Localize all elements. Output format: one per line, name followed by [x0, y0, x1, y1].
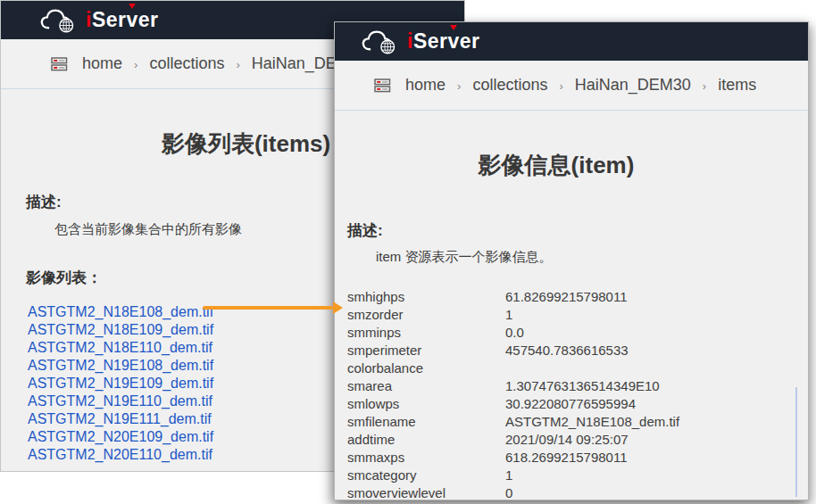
item-detail-window: iServer home › collections › HaiNan_DEM	[334, 21, 809, 500]
field-row: colorbalance	[335, 359, 808, 377]
chevron-right-icon: ›	[236, 58, 239, 71]
chevron-right-icon: ›	[559, 79, 562, 93]
breadcrumb-item: HaiNan_DEM30 ›	[575, 76, 718, 95]
field-key: smmaxps	[347, 449, 505, 467]
field-value: 457540.7836616533	[505, 342, 808, 359]
field-value: 0	[505, 484, 808, 500]
iserver-logo: iServer	[40, 7, 159, 34]
field-key: smzorder	[347, 306, 505, 324]
cloud-globe-icon	[362, 29, 399, 55]
description-text: item 资源表示一个影像信息。	[376, 248, 808, 265]
breadcrumb-link[interactable]: collections	[149, 54, 224, 73]
breadcrumb-item: collections ›	[149, 54, 251, 73]
breadcrumb-link[interactable]: items	[718, 76, 756, 95]
field-key: smminps	[347, 324, 505, 342]
field-row: smoverviewlevel 0	[335, 484, 808, 500]
breadcrumb-item: home ›	[82, 54, 149, 73]
field-value: 1	[505, 306, 808, 324]
breadcrumb-item: items ›	[718, 76, 756, 95]
server-list-icon	[374, 78, 391, 93]
arrow-head-icon	[333, 302, 343, 314]
field-value: 30.922080776595994	[505, 395, 808, 413]
field-row: addtime 2021/09/14 09:25:07	[335, 431, 808, 449]
field-value: ASTGTM2_N18E108_dem.tif	[505, 413, 808, 431]
field-row: smperimeter 457540.7836616533	[335, 342, 808, 359]
field-row: smlowps 30.922080776595994	[335, 395, 808, 413]
chevron-right-icon: ›	[457, 79, 461, 93]
breadcrumb: home › collections › HaiNan_DEM30 › item…	[335, 61, 808, 111]
field-row: smarea 1.3074763136514349E10	[335, 377, 808, 395]
field-value: 0.0	[505, 324, 808, 342]
field-value: 61.82699215798011	[505, 288, 808, 306]
field-row: smhighps 61.82699215798011	[335, 288, 808, 306]
breadcrumb-link[interactable]: HaiNan_DEM30	[575, 76, 691, 95]
breadcrumb-link[interactable]: home	[82, 54, 122, 73]
logo-v-mark	[129, 4, 136, 9]
logo-text: iServer	[86, 10, 159, 30]
breadcrumb-link[interactable]: collections	[472, 76, 547, 95]
field-key: smperimeter	[347, 342, 505, 359]
logo-text: iServer	[407, 31, 480, 52]
field-key: smoverviewlevel	[347, 484, 505, 500]
field-key: smfilename	[347, 413, 505, 431]
field-row: smfilename ASTGTM2_N18E108_dem.tif	[335, 413, 808, 431]
field-key: smcategory	[347, 467, 505, 484]
iserver-logo: iServer	[362, 29, 480, 55]
field-key: smarea	[347, 377, 505, 395]
chevron-right-icon: ›	[134, 58, 137, 71]
app-header: iServer	[335, 22, 808, 61]
field-row: smcategory 1	[335, 467, 808, 484]
cloud-globe-icon	[40, 7, 78, 34]
field-value: 1.3074763136514349E10	[505, 377, 808, 395]
metadata-fields: smhighps 61.82699215798011 smzorder 1 sm…	[335, 288, 808, 500]
page-title: 影像信息(item)	[335, 152, 808, 178]
field-key: smlowps	[347, 395, 505, 413]
field-row: smminps 0.0	[335, 324, 808, 342]
logo-v-mark	[450, 25, 457, 30]
chevron-right-icon: ›	[703, 79, 706, 93]
arrow-shaft	[203, 306, 333, 310]
field-value	[505, 359, 808, 377]
field-key: addtime	[347, 431, 505, 449]
breadcrumb-item: collections ›	[472, 76, 574, 95]
breadcrumb-link[interactable]: home	[405, 76, 445, 95]
field-row: smmaxps 618.2699215798011	[335, 449, 808, 467]
description-label: 描述:	[347, 221, 808, 241]
breadcrumb-item: home ›	[405, 76, 472, 95]
scrollbar[interactable]	[795, 387, 797, 497]
field-value: 1	[505, 467, 808, 484]
field-key: smhighps	[347, 288, 505, 306]
field-key: colorbalance	[347, 359, 505, 377]
field-value: 618.2699215798011	[505, 449, 808, 467]
field-row: smzorder 1	[335, 306, 808, 324]
annotation-arrow	[203, 302, 343, 314]
server-list-icon	[51, 57, 68, 71]
field-value: 2021/09/14 09:25:07	[505, 431, 808, 449]
